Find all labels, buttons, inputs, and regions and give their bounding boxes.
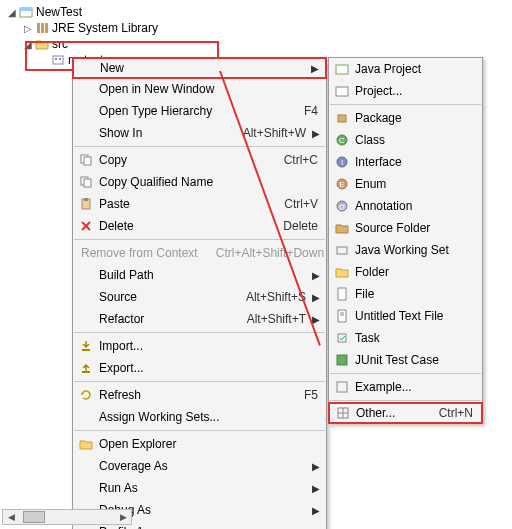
svg-rect-4 (45, 23, 48, 33)
menu-item-export[interactable]: Export... (73, 357, 326, 379)
menu-item-copy[interactable]: Copy Ctrl+C (73, 149, 326, 171)
tree-item-src[interactable]: ◢ src (6, 36, 512, 52)
menu-item-java-working-set[interactable]: Java Working Set (329, 239, 482, 261)
submenu-arrow-icon: ▶ (306, 483, 318, 494)
svg-text:C: C (339, 136, 345, 145)
library-icon (34, 20, 50, 36)
menu-item-open-type-hierarchy[interactable]: Open Type Hierarchy F4 (73, 100, 326, 122)
menu-item-paste[interactable]: Paste Ctrl+V (73, 193, 326, 215)
source-folder-icon (34, 36, 50, 52)
scroll-right-icon[interactable]: ▶ (115, 510, 131, 524)
menu-separator (74, 332, 325, 333)
svg-rect-13 (84, 198, 88, 201)
working-set-icon (333, 242, 351, 258)
source-folder-icon (333, 220, 351, 236)
submenu-arrow-icon: ▶ (306, 128, 318, 139)
project-icon (333, 83, 351, 99)
expand-arrow-icon[interactable]: ◢ (6, 7, 18, 18)
menu-item-coverage-as[interactable]: Coverage As ▶ (73, 455, 326, 477)
interface-icon: I (333, 154, 351, 170)
menu-separator (330, 400, 481, 401)
spacer (77, 480, 95, 496)
context-menu: New ▶ Open in New Window Open Type Hiera… (72, 57, 327, 529)
menu-item-file[interactable]: File (329, 283, 482, 305)
folder-icon (333, 264, 351, 280)
folder-icon (77, 436, 95, 452)
tree-label: src (52, 37, 68, 51)
submenu-arrow-icon: ▶ (306, 314, 318, 325)
scroll-left-icon[interactable]: ◀ (3, 510, 19, 524)
file-icon (333, 286, 351, 302)
menu-item-interface[interactable]: I Interface (329, 151, 482, 173)
tree-item-project[interactable]: ◢ NewTest (6, 4, 512, 20)
spacer (77, 267, 95, 283)
menu-item-new[interactable]: New ▶ (72, 57, 327, 79)
menu-item-enum[interactable]: E Enum (329, 173, 482, 195)
menu-item-copy-qualified[interactable]: Copy Qualified Name (73, 171, 326, 193)
menu-item-delete[interactable]: Delete Delete (73, 215, 326, 237)
menu-item-refactor[interactable]: Refactor Alt+Shift+T ▶ (73, 308, 326, 330)
java-project-icon (18, 4, 34, 20)
submenu-arrow-icon: ▶ (306, 505, 318, 516)
menu-separator (74, 146, 325, 147)
svg-rect-35 (337, 355, 347, 365)
spacer (77, 103, 95, 119)
expand-arrow-icon[interactable]: ▷ (22, 23, 34, 34)
tree-item-library[interactable]: ▷ JRE System Library (6, 20, 512, 36)
menu-item-import[interactable]: Import... (73, 335, 326, 357)
scroll-thumb[interactable] (23, 511, 45, 523)
menu-item-project[interactable]: Project... (329, 80, 482, 102)
menu-separator (330, 104, 481, 105)
example-icon (333, 379, 351, 395)
package-icon (50, 52, 66, 68)
svg-rect-1 (20, 8, 32, 11)
class-icon: C (333, 132, 351, 148)
svg-rect-3 (41, 23, 44, 33)
menu-item-open-new-window[interactable]: Open in New Window (73, 78, 326, 100)
spacer (77, 289, 95, 305)
menu-item-annotation[interactable]: @ Annotation (329, 195, 482, 217)
menu-item-run-as[interactable]: Run As ▶ (73, 477, 326, 499)
paste-icon (77, 196, 95, 212)
svg-rect-30 (338, 288, 346, 300)
svg-rect-7 (59, 58, 61, 60)
svg-rect-20 (338, 115, 346, 122)
expand-arrow-icon[interactable]: ◢ (22, 39, 34, 50)
menu-separator (74, 381, 325, 382)
menu-item-junit[interactable]: JUnit Test Case (329, 349, 482, 371)
menu-item-untitled-text-file[interactable]: Untitled Text File (329, 305, 482, 327)
junit-icon (333, 352, 351, 368)
spacer (77, 311, 95, 327)
menu-item-build-path[interactable]: Build Path ▶ (73, 264, 326, 286)
menu-item-java-project[interactable]: Java Project (329, 58, 482, 80)
menu-item-show-in[interactable]: Show In Alt+Shift+W ▶ (73, 122, 326, 144)
task-icon (333, 330, 351, 346)
menu-item-folder[interactable]: Folder (329, 261, 482, 283)
svg-rect-2 (37, 23, 40, 33)
tree-label: JRE System Library (52, 21, 158, 35)
horizontal-scrollbar[interactable]: ◀ ▶ (2, 509, 132, 525)
menu-item-source[interactable]: Source Alt+Shift+S ▶ (73, 286, 326, 308)
copy-icon (77, 152, 95, 168)
menu-item-package[interactable]: Package (329, 107, 482, 129)
copy-icon (77, 174, 95, 190)
menu-item-open-explorer[interactable]: Open Explorer (73, 433, 326, 455)
menu-item-class[interactable]: C Class (329, 129, 482, 151)
submenu-arrow-icon: ▶ (306, 292, 318, 303)
java-project-icon (333, 61, 351, 77)
spacer (77, 125, 95, 141)
menu-item-example[interactable]: Example... (329, 376, 482, 398)
menu-item-source-folder[interactable]: Source Folder (329, 217, 482, 239)
menu-item-assign-working-sets[interactable]: Assign Working Sets... (73, 406, 326, 428)
menu-item-task[interactable]: Task (329, 327, 482, 349)
spacer (77, 458, 95, 474)
svg-rect-31 (338, 310, 346, 322)
svg-rect-19 (336, 87, 348, 96)
text-file-icon (333, 308, 351, 324)
svg-text:I: I (341, 158, 343, 167)
menu-item-other[interactable]: Other... Ctrl+N (328, 402, 483, 424)
menu-item-refresh[interactable]: Refresh F5 (73, 384, 326, 406)
svg-rect-11 (84, 179, 91, 187)
spacer (77, 81, 95, 97)
svg-rect-16 (82, 349, 90, 351)
